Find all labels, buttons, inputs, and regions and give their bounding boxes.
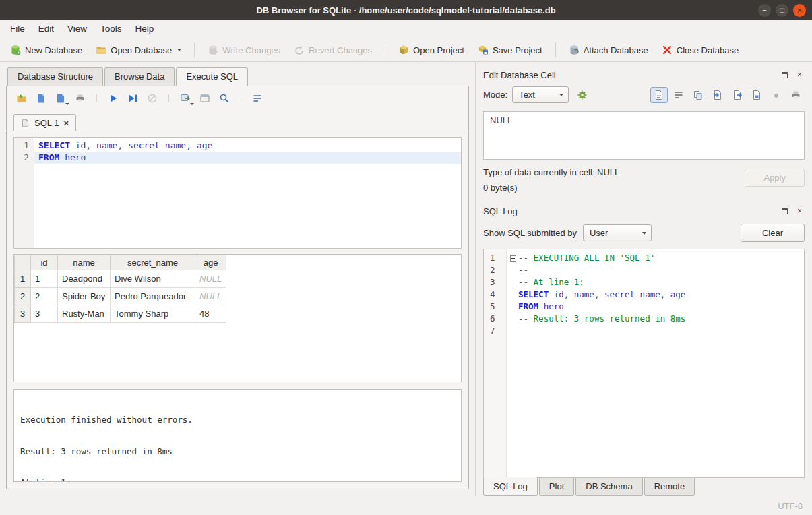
import-cell-button[interactable] [709,87,726,103]
execute-all-button[interactable] [104,90,122,107]
log-line-3: -- At line 1: [508,276,801,289]
tab-sql-log[interactable]: SQL Log [483,477,538,496]
sql-keyword: SELECT [38,140,70,150]
close-button[interactable]: × [793,4,806,17]
sql-log-title: SQL Log [483,206,775,216]
stop-button[interactable] [144,90,161,107]
tab-execute-sql[interactable]: Execute SQL [176,67,248,86]
cell-secret-name[interactable]: Tommy Sharp [111,305,195,323]
column-header-id[interactable]: id [31,255,58,270]
encoding-indicator[interactable]: UTF-8 [778,501,803,511]
close-panel-icon[interactable]: × [794,206,805,216]
corner-header[interactable] [15,255,31,270]
cell-age[interactable]: 48 [195,305,226,323]
copy-cell-button[interactable] [689,87,707,103]
message-line: Result: 3 rows returned in 8ms [20,446,455,457]
export-results-button[interactable] [177,90,194,107]
menu-file[interactable]: File [3,20,32,38]
menubar: File Edit View Tools Help [0,20,812,38]
tab-db-schema[interactable]: DB Schema [575,478,642,496]
log-line-1: -- EXECUTING ALL IN 'SQL 1' [508,252,801,264]
save-cell-button[interactable] [748,87,766,103]
tab-plot[interactable]: Plot [539,478,574,496]
save-sql-file-as-button[interactable] [52,90,69,107]
cell-content-editor[interactable]: NULL [483,111,805,160]
word-wrap-button[interactable] [249,90,266,107]
auto-mode-icon[interactable] [573,87,591,103]
print-cell-button[interactable] [787,87,805,103]
filter-combo[interactable]: User [583,224,652,241]
close-panel-icon[interactable]: × [794,70,805,80]
export-cell-button[interactable] [728,87,746,103]
execution-message[interactable]: Execution finished without errors. Resul… [13,389,462,482]
clear-button[interactable]: Clear [741,224,805,242]
set-null-button[interactable] [768,87,785,103]
cell-secret-name[interactable]: Pedro Parqueador [111,288,195,305]
float-panel-icon[interactable] [780,206,790,216]
word-wrap-cell-button[interactable] [670,87,687,103]
column-header-age[interactable]: age [195,255,226,270]
open-project-button[interactable]: Open Project [392,41,470,59]
cell-secret-name[interactable]: Dive Wilson [111,270,195,288]
sql-line-1: SELECT id, name, secret_name, age [34,140,461,152]
sql-log-view[interactable]: 1 2 3 4 5 6 7 -- EXECUTING ALL IN 'SQL 1… [483,249,805,478]
mode-combo[interactable]: Text [512,86,569,103]
open-database-button[interactable]: Open Database [90,41,187,59]
tab-browse-data[interactable]: Browse Data [104,67,175,86]
cell-id[interactable]: 2 [31,288,58,305]
sql-tab[interactable]: SQL 1 × [13,114,76,131]
write-changes-label: Write Changes [222,45,280,55]
open-results-in-tab-button[interactable] [196,90,214,107]
find-replace-button[interactable] [216,90,233,107]
column-header-secret-name[interactable]: secret_name [111,255,195,270]
sql-tab-close-icon[interactable]: × [63,119,69,127]
combo-arrow-icon [642,232,646,235]
print-button[interactable] [71,90,89,107]
maximize-button[interactable]: □ [776,4,788,17]
tree-guide [508,301,518,313]
toolbar-separator [555,42,556,57]
attach-database-button[interactable]: Attach Database [563,41,654,59]
row-header[interactable]: 3 [15,305,31,323]
table-row: 3 3 Rusty-Man Tommy Sharp 48 [15,305,226,323]
cell-id[interactable]: 3 [31,305,58,323]
new-database-button[interactable]: New Database [4,41,88,59]
row-header[interactable]: 1 [15,270,31,288]
save-project-button[interactable]: Save Project [472,41,549,59]
log-sql-text: hero [538,301,564,313]
tab-remote[interactable]: Remote [644,478,695,496]
cell-name[interactable]: Rusty-Man [58,305,111,323]
close-database-button[interactable]: Close Database [656,41,745,59]
revert-changes-button[interactable]: Revert Changes [288,41,378,59]
log-line-6: -- Result: 3 rows returned in 8ms [508,313,801,325]
execute-line-button[interactable] [124,90,142,107]
text-view-button[interactable] [650,87,668,103]
menu-tools[interactable]: Tools [94,20,129,38]
text-cursor [86,152,86,161]
cell-type-info: Type of data currently in cell: NULL [483,167,745,177]
float-panel-icon[interactable] [780,70,790,80]
cell-age[interactable]: NULL [195,288,226,305]
column-header-name[interactable]: name [58,255,111,270]
log-comment: -- At line 1: [518,276,584,289]
cell-name[interactable]: Deadpond [58,270,111,288]
edit-cell-title: Edit Database Cell [483,70,775,80]
save-sql-file-button[interactable] [32,90,50,107]
row-header[interactable]: 2 [15,288,31,305]
cell-id[interactable]: 1 [31,270,58,288]
sql-editor[interactable]: 1 2 SELECT id, name, secret_name, age FR… [13,137,462,249]
minimize-button[interactable]: − [758,4,771,17]
apply-button[interactable]: Apply [745,169,805,187]
menu-help[interactable]: Help [129,20,161,38]
menu-edit[interactable]: Edit [32,20,61,38]
tree-guide [508,264,518,276]
open-sql-file-button[interactable] [13,90,30,107]
tab-database-structure[interactable]: Database Structure [7,67,103,86]
write-changes-button[interactable]: Write Changes [201,41,286,59]
editor-code-area: SELECT id, name, secret_name, age FROM h… [34,138,461,248]
collapse-toggle-icon[interactable] [508,252,518,264]
cell-name[interactable]: Spider-Boy [58,288,111,305]
log-line-4: SELECT id, name, secret_name, age [508,289,801,301]
menu-view[interactable]: View [61,20,94,38]
cell-age[interactable]: NULL [195,270,226,288]
